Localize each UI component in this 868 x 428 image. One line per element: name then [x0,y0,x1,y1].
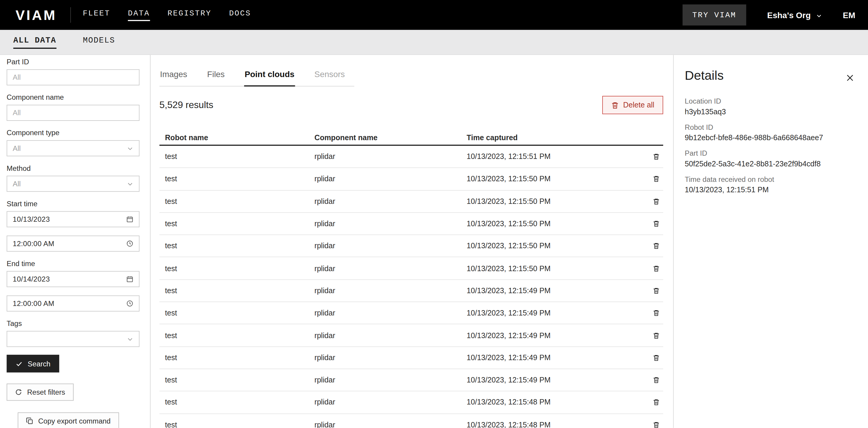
table-row[interactable]: test rplidar 10/13/2023, 12:15:50 PM [159,191,663,213]
data-type-tab[interactable]: Images [159,69,188,87]
tags-select[interactable] [6,331,140,347]
nav-item[interactable]: DATA [128,9,150,21]
cell-time-captured: 10/13/2023, 12:15:51 PM [467,152,641,161]
cell-time-captured: 10/13/2023, 12:15:50 PM [467,264,641,273]
tags-label: Tags [6,319,139,328]
clock-icon [126,240,133,247]
search-button[interactable]: Search [6,355,59,373]
delete-row-button[interactable] [641,354,663,361]
trash-icon [653,376,660,384]
delete-row-button[interactable] [641,399,663,406]
start-date-input[interactable]: 10/13/2023 [6,211,140,227]
trash-icon [653,310,660,317]
start-time-input[interactable]: 12:00:00 AM [6,235,140,252]
org-switcher[interactable]: Esha's Org [767,10,822,20]
table-row[interactable]: test rplidar 10/13/2023, 12:15:49 PM [159,302,663,324]
delete-all-button[interactable]: Delete all [602,96,663,114]
cell-component-name: rplidar [314,331,467,340]
data-type-tab[interactable]: Point clouds [244,69,295,87]
cell-robot-name: test [165,353,314,362]
table-row[interactable]: test rplidar 10/13/2023, 12:15:50 PM [159,235,663,257]
cell-robot-name: test [165,152,314,161]
trash-icon [653,354,660,361]
data-type-tab[interactable]: Files [207,69,225,87]
delete-row-button[interactable] [641,265,663,272]
detail-value: 50f25de2-5a3c-41e2-8b81-23e2f9b4cdf8 [685,160,855,168]
delete-row-button[interactable] [641,332,663,339]
filter-component-type: Component type All [6,129,139,156]
filter-method: Method All [6,164,139,192]
trash-icon [611,101,619,109]
trash-icon [653,175,660,182]
table-header: Robot name Component name Time captured [159,131,663,146]
details-fields: Location ID h3yb135aq3 Robot ID 9b12ebcf… [685,97,855,194]
table-row[interactable]: test rplidar 10/13/2023, 12:15:48 PM [159,391,663,414]
trash-icon [653,265,660,272]
delete-row-button[interactable] [641,153,663,160]
user-menu[interactable]: EM [843,10,855,20]
content-area: Part ID Component name Component type Al… [0,55,868,428]
table-row[interactable]: test rplidar 10/13/2023, 12:15:49 PM [159,347,663,369]
detail-value: 9b12ebcf-bfe8-486e-988b-6a668648aee7 [685,134,855,142]
delete-row-button[interactable] [641,242,663,250]
delete-row-button[interactable] [641,287,663,294]
end-date-input[interactable]: 10/14/2023 [6,271,140,287]
table-row[interactable]: test rplidar 10/13/2023, 12:15:49 PM [159,369,663,391]
table-body: test rplidar 10/13/2023, 12:15:51 PM tes… [159,146,663,428]
delete-row-button[interactable] [641,198,663,205]
app-window: VIAM FLEETDATAREGISTRYDOCS TRY VIAM Esha… [0,0,868,428]
data-type-tab[interactable]: Sensors [314,69,345,87]
table-row[interactable]: test rplidar 10/13/2023, 12:15:50 PM [159,168,663,191]
cell-robot-name: test [165,376,314,384]
nav-item[interactable]: FLEET [83,9,110,21]
method-select[interactable]: All [6,176,140,192]
subnav-tab[interactable]: ALL DATA [13,36,57,49]
reset-filters-button[interactable]: Reset filters [6,384,73,401]
component-name-label: Component name [6,93,139,102]
try-viam-button[interactable]: TRY VIAM [683,4,746,26]
detail-label: Location ID [685,97,855,105]
component-name-input[interactable] [7,105,139,120]
cell-time-captured: 10/13/2023, 12:15:48 PM [467,421,641,428]
delete-row-button[interactable] [641,421,663,428]
table-row[interactable]: test rplidar 10/13/2023, 12:15:50 PM [159,213,663,235]
component-type-select[interactable]: All [6,140,140,156]
trash-icon [653,242,660,250]
component-type-label: Component type [6,129,139,138]
table-row[interactable]: test rplidar 10/13/2023, 12:15:48 PM [159,414,663,428]
delete-row-button[interactable] [641,376,663,384]
chevron-down-icon [127,336,133,342]
table-row[interactable]: test rplidar 10/13/2023, 12:15:49 PM [159,280,663,302]
cell-robot-name: test [165,287,314,295]
chevron-down-icon [127,145,133,151]
nav-item[interactable]: REGISTRY [168,9,212,21]
cell-time-captured: 10/13/2023, 12:15:49 PM [467,287,641,295]
table-row[interactable]: test rplidar 10/13/2023, 12:15:51 PM [159,146,663,168]
trash-icon [653,332,660,339]
data-type-tabs: ImagesFilesPoint cloudsSensors [159,69,354,87]
part-id-input[interactable] [7,70,139,85]
copy-export-command-button[interactable]: Copy export command [18,412,119,428]
subnav-tab[interactable]: MODELS [83,36,115,49]
delete-row-button[interactable] [641,220,663,227]
end-time-input[interactable]: 12:00:00 AM [6,295,140,312]
detail-label: Time data received on robot [685,175,855,183]
detail-value: 10/13/2023, 12:15:51 PM [685,186,855,194]
close-icon[interactable] [845,73,855,83]
detail-field: Robot ID 9b12ebcf-bfe8-486e-988b-6a66864… [685,123,855,142]
delete-row-button[interactable] [641,310,663,317]
chevron-down-icon [127,180,133,187]
org-name: Esha's Org [767,10,811,20]
filter-sidebar: Part ID Component name Component type Al… [0,55,151,428]
table-row[interactable]: test rplidar 10/13/2023, 12:15:49 PM [159,324,663,347]
delete-row-button[interactable] [641,175,663,182]
filter-component-name: Component name [6,93,139,121]
part-id-input-wrap [6,69,140,85]
column-time-captured: Time captured [467,134,641,142]
table-row[interactable]: test rplidar 10/13/2023, 12:15:50 PM [159,257,663,280]
cell-time-captured: 10/13/2023, 12:15:50 PM [467,220,641,228]
cell-component-name: rplidar [314,152,467,161]
detail-field: Part ID 50f25de2-5a3c-41e2-8b81-23e2f9b4… [685,149,855,168]
top-nav: VIAM FLEETDATAREGISTRYDOCS TRY VIAM Esha… [0,0,868,30]
nav-item[interactable]: DOCS [229,9,251,21]
